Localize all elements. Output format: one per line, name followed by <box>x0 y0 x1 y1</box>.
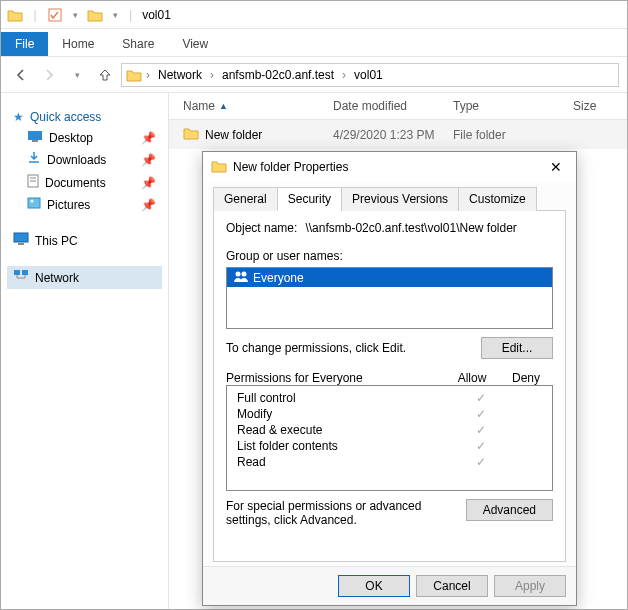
group-list[interactable]: Everyone <box>226 267 553 329</box>
sort-asc-icon: ▲ <box>219 101 228 111</box>
svg-rect-1 <box>28 131 42 140</box>
column-headers: Name▲ Date modified Type Size <box>169 93 627 120</box>
allow-check-icon: ✓ <box>458 439 504 453</box>
svg-rect-11 <box>22 270 28 275</box>
tab-share[interactable]: Share <box>108 32 168 56</box>
cancel-button[interactable]: Cancel <box>416 575 488 597</box>
address-folder-icon <box>126 67 142 83</box>
column-size[interactable]: Size <box>567 97 627 115</box>
ribbon-tabs: File Home Share View <box>1 29 627 57</box>
group-item-everyone[interactable]: Everyone <box>227 268 552 287</box>
allow-check-icon: ✓ <box>458 407 504 421</box>
folder-icon <box>7 7 23 23</box>
edit-button[interactable]: Edit... <box>481 337 553 359</box>
perm-name: Read <box>233 455 458 469</box>
pin-icon: 📌 <box>141 131 156 145</box>
advanced-hint: For special permissions or advanced sett… <box>226 499 446 527</box>
star-icon: ★ <box>13 110 24 124</box>
sidebar-this-pc[interactable]: This PC <box>7 229 162 252</box>
perm-row: List folder contents✓ <box>233 438 550 454</box>
sidebar-item-label: Desktop <box>49 131 135 145</box>
perm-row: Read & execute✓ <box>233 422 550 438</box>
perm-name: List folder contents <box>233 439 458 453</box>
deny-header: Deny <box>499 371 553 385</box>
close-button[interactable]: ✕ <box>544 159 568 175</box>
sidebar-label: Quick access <box>30 110 156 124</box>
perm-row: Read✓ <box>233 454 550 470</box>
perm-row: Full control✓ <box>233 390 550 406</box>
tab-general[interactable]: General <box>213 187 278 211</box>
group-names-label: Group or user names: <box>226 249 553 263</box>
up-button[interactable] <box>93 63 117 87</box>
pin-icon: 📌 <box>141 176 156 190</box>
monitor-icon <box>13 232 29 249</box>
sidebar-item-pictures[interactable]: Pictures 📌 <box>7 194 162 215</box>
properties-dialog: New folder Properties ✕ General Security… <box>202 151 577 606</box>
svg-point-7 <box>31 200 34 203</box>
forward-button <box>37 63 61 87</box>
sidebar: ★ Quick access Desktop 📌 Downloads 📌 Doc… <box>1 93 169 609</box>
sidebar-network[interactable]: Network <box>7 266 162 289</box>
sidebar-item-label: Network <box>35 271 156 285</box>
tab-view[interactable]: View <box>168 32 222 56</box>
svg-point-12 <box>236 272 241 277</box>
chevron-down-icon[interactable]: ▾ <box>67 7 83 23</box>
folder-icon <box>211 159 227 176</box>
column-type[interactable]: Type <box>447 97 567 115</box>
desktop-icon <box>27 130 43 145</box>
address-bar[interactable]: › Network › anfsmb-02c0.anf.test › vol01 <box>121 63 619 87</box>
sidebar-quick-access[interactable]: ★ Quick access <box>7 107 162 127</box>
qat-dropdown-icon[interactable]: ▾ <box>107 7 123 23</box>
perm-name: Full control <box>233 391 458 405</box>
apply-button: Apply <box>494 575 566 597</box>
folder-small-icon <box>87 7 103 23</box>
tab-security[interactable]: Security <box>277 187 342 211</box>
column-date[interactable]: Date modified <box>327 97 447 115</box>
file-date: 4/29/2020 1:23 PM <box>327 126 447 144</box>
allow-check-icon: ✓ <box>458 391 504 405</box>
permissions-list[interactable]: Full control✓ Modify✓ Read & execute✓ Li… <box>226 385 553 491</box>
perm-row: Modify✓ <box>233 406 550 422</box>
column-label: Name <box>183 99 215 113</box>
object-name-label: Object name: <box>226 221 297 235</box>
allow-check-icon: ✓ <box>458 423 504 437</box>
tab-previous-versions[interactable]: Previous Versions <box>341 187 459 211</box>
sidebar-item-downloads[interactable]: Downloads 📌 <box>7 148 162 171</box>
allow-check-icon: ✓ <box>458 455 504 469</box>
crumb-vol[interactable]: vol01 <box>350 66 387 84</box>
qat-separator: | <box>27 7 43 23</box>
svg-point-13 <box>242 272 247 277</box>
file-tab[interactable]: File <box>1 32 48 56</box>
breadcrumb-sep[interactable]: › <box>208 68 216 82</box>
users-icon <box>233 270 249 285</box>
recent-dropdown[interactable]: ▾ <box>65 63 89 87</box>
documents-icon <box>27 174 39 191</box>
breadcrumb-sep[interactable]: › <box>144 68 152 82</box>
tab-customize[interactable]: Customize <box>458 187 537 211</box>
ok-button[interactable]: OK <box>338 575 410 597</box>
dialog-footer: OK Cancel Apply <box>203 566 576 605</box>
table-row[interactable]: New folder 4/29/2020 1:23 PM File folder <box>169 120 627 149</box>
permissions-header: Permissions for Everyone <box>226 371 445 385</box>
sidebar-item-documents[interactable]: Documents 📌 <box>7 171 162 194</box>
downloads-icon <box>27 151 41 168</box>
crumb-host[interactable]: anfsmb-02c0.anf.test <box>218 66 338 84</box>
column-name[interactable]: Name▲ <box>177 97 327 115</box>
sidebar-item-desktop[interactable]: Desktop 📌 <box>7 127 162 148</box>
back-button[interactable] <box>9 63 33 87</box>
window-title: vol01 <box>142 8 171 22</box>
dialog-title: New folder Properties <box>233 160 544 174</box>
group-item-label: Everyone <box>253 271 304 285</box>
titlebar: | ▾ ▾ | vol01 <box>1 1 627 29</box>
advanced-button[interactable]: Advanced <box>466 499 553 521</box>
perm-name: Modify <box>233 407 458 421</box>
checkbox-icon[interactable] <box>47 7 63 23</box>
svg-rect-9 <box>18 243 24 245</box>
dialog-titlebar: New folder Properties ✕ <box>203 152 576 182</box>
nav-row: ▾ › Network › anfsmb-02c0.anf.test › vol… <box>1 57 627 93</box>
tab-home[interactable]: Home <box>48 32 108 56</box>
crumb-network[interactable]: Network <box>154 66 206 84</box>
edit-hint: To change permissions, click Edit. <box>226 341 406 355</box>
sidebar-item-label: Downloads <box>47 153 135 167</box>
breadcrumb-sep[interactable]: › <box>340 68 348 82</box>
